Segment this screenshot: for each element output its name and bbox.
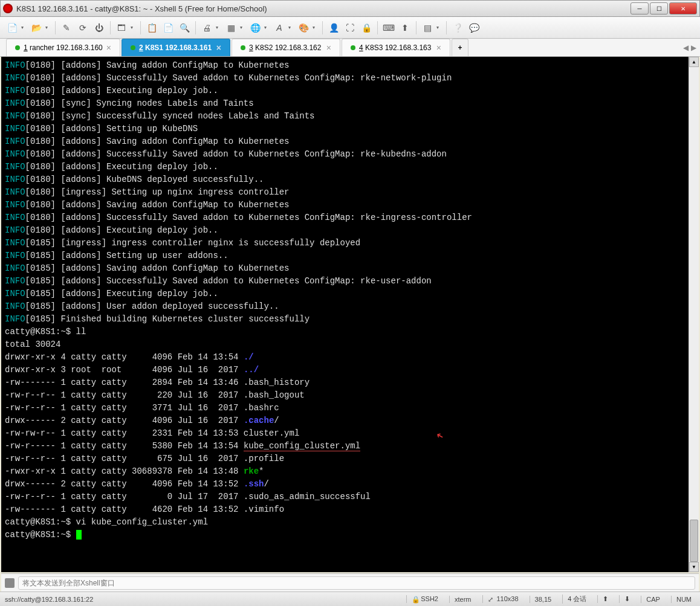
dropdown-icon[interactable]: ▾ (45, 25, 51, 30)
session-tab[interactable]: 4 K8S3 192.168.3.163× (342, 39, 450, 56)
session-tab[interactable]: 3 K8S2 192.168.3.162× (232, 39, 340, 56)
reconnect-icon[interactable]: ⟳ (76, 21, 90, 35)
tab-scroll-left-icon[interactable]: ◀ (683, 44, 689, 52)
color-icon[interactable]: 🎨 (296, 21, 311, 35)
minimize-button[interactable]: ─ (630, 2, 649, 15)
tab-scroll-right-icon[interactable]: ▶ (691, 44, 696, 52)
status-connection: ssh://catty@192.168.3.161:22 (4, 596, 400, 603)
scroll-down-button[interactable]: ▼ (689, 562, 699, 572)
chat-icon[interactable]: 💬 (467, 21, 481, 35)
broadcast-input[interactable] (18, 576, 695, 590)
upload-icon[interactable]: ⬆ (398, 21, 412, 35)
tab-close-icon[interactable]: × (326, 43, 331, 53)
status-cursor-pos: 38,15 (530, 596, 557, 603)
dropdown-icon[interactable]: ▾ (288, 25, 294, 30)
status-indicator-1: ⬆ (597, 595, 613, 603)
status-term: xterm (449, 596, 476, 603)
tab-label: 2 K8S1 192.168.3.161 (139, 44, 212, 52)
broadcast-icon (5, 578, 15, 588)
dropdown-icon[interactable]: ▾ (131, 25, 137, 30)
open-icon[interactable]: 📂 (29, 21, 44, 35)
paste-icon[interactable]: 📄 (161, 21, 175, 35)
font-icon[interactable]: A (272, 21, 287, 35)
properties-icon[interactable]: 🗔 (114, 21, 129, 35)
status-size: ⤢110x38 (482, 595, 523, 603)
disconnect-icon[interactable]: ⏻ (92, 21, 106, 35)
status-dot-icon (15, 45, 20, 50)
dropdown-icon[interactable]: ▾ (21, 25, 27, 30)
help-icon[interactable]: ❔ (450, 21, 465, 35)
resize-icon: ⤢ (488, 596, 495, 603)
tab-label: 3 K8S2 192.168.3.162 (249, 44, 321, 52)
scroll-track[interactable] (689, 67, 699, 562)
find-icon[interactable]: 🔍 (177, 21, 192, 35)
app-icon (3, 4, 13, 13)
dropdown-icon[interactable]: ▾ (264, 25, 270, 30)
dropdown-icon[interactable]: ▾ (436, 25, 442, 30)
vertical-scrollbar[interactable]: ▲ ▼ (689, 57, 699, 572)
fullscreen-icon[interactable]: ⛶ (343, 21, 357, 35)
annotation-arrow-icon: ➔ (434, 428, 447, 442)
terminal-output[interactable]: INFO[0180] [addons] Saving addon ConfigM… (1, 57, 689, 572)
status-cap: CAP (641, 596, 665, 603)
tab-bar: 1 rancher 192.168.3.160×2 K8S1 192.168.3… (0, 39, 700, 57)
window-title: K8S1 192.168.3.161 - catty@K8S1: ~ - Xsh… (16, 4, 630, 13)
add-tab-button[interactable]: + (452, 39, 468, 56)
status-dot-icon (241, 45, 245, 50)
status-dot-icon (351, 45, 355, 50)
print-icon[interactable]: 🖨 (199, 21, 214, 35)
new-session-icon[interactable]: 📄 (5, 21, 19, 35)
dropdown-icon[interactable]: ▾ (240, 25, 246, 30)
tab-label: 1 rancher 192.168.3.160 (24, 44, 103, 52)
layout-icon[interactable]: ▦ (224, 21, 238, 35)
status-num: NUM (671, 596, 696, 603)
tab-close-icon[interactable]: × (436, 43, 441, 53)
copy-icon[interactable]: 📋 (144, 21, 159, 35)
wand-icon[interactable]: ✎ (59, 21, 74, 35)
status-indicator-2: ⬇ (619, 595, 635, 603)
maximize-button[interactable]: ☐ (650, 2, 668, 15)
lock-icon[interactable]: 🔒 (359, 21, 374, 35)
scroll-thumb[interactable] (690, 520, 698, 562)
status-bar: ssh://catty@192.168.3.161:22 🔒SSH2 xterm… (0, 591, 700, 606)
send-to-all-bar (1, 573, 699, 591)
main-toolbar: 📄▾ 📂▾ ✎ ⟳ ⏻ 🗔▾ 📋 📄 🔍 🖨▾ ▦▾ 🌐▾ A▾ 🎨▾ 👤 ⛶ … (0, 17, 700, 39)
lock-icon: 🔒 (412, 596, 419, 603)
terminal-pane: INFO[0180] [addons] Saving addon ConfigM… (1, 57, 699, 572)
close-button[interactable]: ✕ (669, 2, 697, 15)
session-tab[interactable]: 1 rancher 192.168.3.160× (6, 39, 120, 56)
dropdown-icon[interactable]: ▾ (216, 25, 222, 30)
status-ssh: 🔒SSH2 (406, 595, 443, 603)
status-sessions: 4 会话 (562, 595, 591, 604)
globe-icon[interactable]: 🌐 (248, 21, 262, 35)
scroll-up-button[interactable]: ▲ (689, 57, 699, 67)
session-tab[interactable]: 2 K8S1 192.168.3.161× (122, 39, 230, 56)
tab-label: 4 K8S3 192.168.3.163 (359, 44, 431, 52)
keyboard-icon[interactable]: ⌨ (381, 21, 396, 35)
status-dot-icon (131, 45, 135, 50)
user-icon[interactable]: 👤 (326, 21, 341, 35)
dropdown-icon[interactable]: ▾ (313, 25, 319, 30)
tab-close-icon[interactable]: × (106, 43, 111, 53)
title-bar: K8S1 192.168.3.161 - catty@K8S1: ~ - Xsh… (0, 0, 700, 17)
tab-close-icon[interactable]: × (216, 43, 221, 53)
tile-icon[interactable]: ▤ (420, 21, 435, 35)
